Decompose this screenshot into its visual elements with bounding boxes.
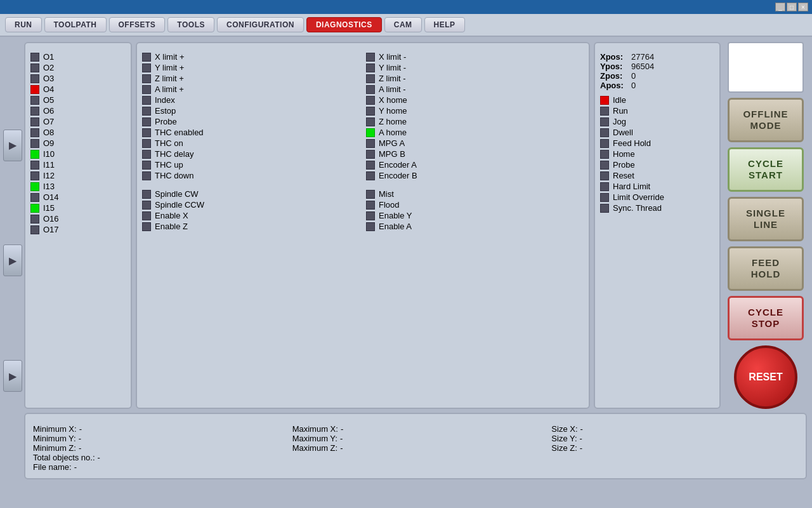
status-indicator: Feed Hold [600,138,714,148]
io-func-item: X home [366,95,584,105]
io-func-led [142,139,151,148]
io-func-led [366,85,375,94]
nav-toolpath[interactable]: TOOLPATH [44,17,107,32]
io-led [30,161,39,170]
nav-configuration[interactable]: CONFIGURATION [217,17,304,32]
job-value: - [580,424,583,434]
io-func-led [366,139,375,148]
nav-diagnostics[interactable]: DIAGNOSTICS [306,17,382,32]
io-func-item: Z limit + [142,74,360,83]
io-label: O16 [43,214,59,224]
status-pos-row: Zpos:0 [600,71,714,81]
io-func-grid: X limit +X limit -Y limit +Y limit -Z li… [142,52,584,231]
io-func-item: Index [142,95,360,105]
status-pos-value: 96504 [631,62,654,71]
io-label: O8 [43,128,54,137]
job-label: Minimum Y: [33,434,76,443]
job-value: - [341,424,343,434]
status-pos-value: 0 [631,81,636,90]
io-func-led [366,107,375,116]
offline-mode-button[interactable]: OFFLINEMODE [728,98,804,142]
io-item: O1 [30,52,126,62]
io-func-label: Z home [379,117,407,126]
side-arrows: ▶ ▶ ▶ [0,37,25,485]
nav-cam[interactable]: CAM [384,17,422,32]
io-func-label: Enable A [379,222,412,231]
cycle-start-button[interactable]: CYCLESTART [728,147,804,192]
job-value: - [340,434,343,443]
io-items-list: O1O2O3O4O5O6O7O8O9I10I11I12I13O14I15O16O… [30,52,126,234]
arrow-middle[interactable]: ▶ [3,244,22,276]
io-func-item: Z home [366,117,584,126]
io-func-label: THC down [155,171,193,180]
job-value: - [79,434,81,443]
single-line-button[interactable]: SINGLELINE [728,197,804,241]
io-func-led [142,128,151,137]
io-func-item: Spindle CW [142,189,360,199]
job-row: Size X: - [551,424,798,434]
maximize-button[interactable]: □ [787,3,797,11]
feed-hold-button[interactable]: FEEDHOLD [728,246,804,291]
nav-offsets[interactable]: OFFSETS [109,17,166,32]
title-controls: _ □ × [775,3,808,11]
io-func-item: Encoder B [366,171,584,180]
io-func-item: Flood [366,200,584,210]
job-label: Minimum Z: [33,443,76,453]
reset-button[interactable]: RESET [734,345,797,409]
io-item: O16 [30,214,126,224]
io-label: O9 [43,138,54,148]
nav-help[interactable]: HELP [424,17,465,32]
io-item: I15 [30,203,126,213]
io-func-item: Z limit - [366,74,584,83]
cycle-stop-button[interactable]: CYCLESTOP [728,296,804,340]
arrow-bottom[interactable]: ▶ [3,360,22,392]
job-value: - [79,443,81,453]
top-panels: O1O2O3O4O5O6O7O8O9I10I11I12I13O14I15O16O… [24,42,807,409]
io-led [30,182,39,191]
io-item: O17 [30,225,126,234]
io-func-label: THC up [155,160,183,170]
status-indicator: Dwell [600,128,714,137]
job-label: Size Z: [551,443,577,453]
io-func-item: Enable Z [142,222,360,231]
job-value: - [79,424,82,434]
io-label: I10 [43,149,55,159]
io-led [30,193,39,202]
io-func-label: Mist [379,189,394,199]
job-label: Maximum Y: [292,434,337,443]
close-button[interactable]: × [798,3,808,11]
job-col-1: Maximum X: -Maximum Y: -Maximum Z: - [292,424,539,472]
io-func-label: Estop [155,106,176,116]
job-row: File name: - [33,462,280,472]
minimize-button[interactable]: _ [775,3,785,11]
io-item: O5 [30,95,126,105]
status-indicator: Reset [600,171,714,180]
io-led [30,74,39,83]
io-func-led [366,96,375,105]
job-col-2: Size X: -Size Y: -Size Z: - [551,424,798,472]
io-func-item: A limit + [142,84,360,94]
io-label: O1 [43,52,54,62]
io-item: O4 [30,84,126,94]
io-func-item: Enable Y [366,211,584,220]
job-value: - [580,443,582,453]
status-indicator-label: Probe [613,160,635,170]
io-item: O2 [30,63,126,72]
status-pos-value: 0 [631,71,636,81]
io-func-led [366,128,375,137]
job-row: Minimum X: - [33,424,280,434]
io-led [30,215,39,224]
nav-run[interactable]: RUN [5,17,42,32]
io-func-item: THC down [142,171,360,180]
io-func-led [142,74,151,83]
io-led [30,107,39,116]
nav-tools[interactable]: TOOLS [167,17,214,32]
io-item: I12 [30,171,126,180]
io-func-led [142,211,151,220]
arrow-top[interactable]: ▶ [3,130,22,161]
status-indicator-label: Idle [613,95,626,105]
io-func-label: Enable Z [155,222,188,231]
io-func-led [142,107,151,116]
io-func-led [142,64,151,72]
main-wrapper: ▶ ▶ ▶ O1O2O3O4O5O6O7O8O9I10I11I12I13O14I… [0,37,812,485]
